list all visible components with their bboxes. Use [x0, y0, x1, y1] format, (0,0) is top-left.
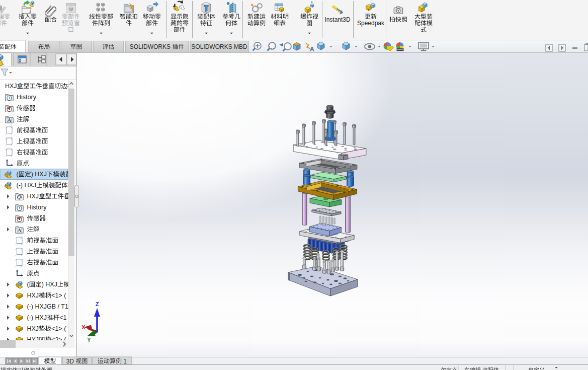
- svg-text:<1: <1: [59, 314, 66, 321]
- svg-text:1: 1: [122, 358, 127, 365]
- svg-text:Instant3D: Instant3D: [324, 16, 351, 23]
- svg-text:History: History: [27, 204, 47, 211]
- svg-text:HXJ: HXJ: [27, 193, 39, 200]
- svg-text:3D: 3D: [66, 358, 76, 365]
- svg-text:SOLIDWORKS MBD: SOLIDWORKS MBD: [191, 43, 247, 50]
- svg-text:History: History: [17, 94, 37, 101]
- svg-text:HXJ: HXJ: [5, 83, 17, 90]
- svg-text:X: X: [81, 324, 86, 330]
- svg-text:SOLIDWORKS: SOLIDWORKS: [130, 43, 173, 50]
- svg-text:Speedpak: Speedpak: [357, 20, 385, 27]
- svg-text:) HXJ: ) HXJ: [31, 171, 47, 178]
- svg-text:Z: Z: [96, 301, 99, 307]
- svg-text:) HXJ: ) HXJ: [42, 281, 57, 288]
- svg-text:HXJ: HXJ: [27, 325, 39, 332]
- svg-text:Y: Y: [87, 337, 91, 343]
- svg-text:(-) HXJ: (-) HXJ: [17, 182, 37, 189]
- svg-text:A: A: [8, 117, 12, 123]
- svg-text:(-) HXJ: (-) HXJ: [27, 314, 47, 321]
- svg-text:HXJ: HXJ: [27, 292, 39, 299]
- svg-text:(-) HXJGB / T1: (-) HXJGB / T1: [27, 303, 68, 310]
- svg-text:<1> (: <1> (: [51, 325, 66, 332]
- svg-text:A: A: [18, 227, 22, 233]
- svg-text:<1> (: <1> (: [51, 292, 66, 299]
- svg-text:A: A: [310, 46, 314, 53]
